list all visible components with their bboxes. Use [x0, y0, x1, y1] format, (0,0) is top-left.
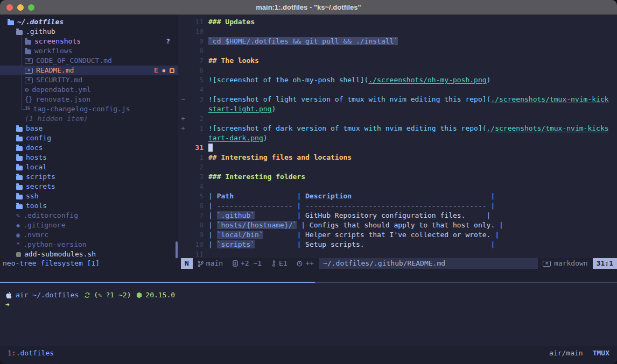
prompt-cwd: ~/.dotfiles: [32, 290, 79, 300]
editor-line[interactable]: 10| `scripts` | Setup scripts. |: [178, 240, 617, 249]
editor-line[interactable]: +2: [178, 114, 617, 124]
tree-item--1-hidden-item-[interactable]: (1 hidden item): [0, 114, 178, 124]
tree-item--dotfiles[interactable]: ~/.dotfiles: [0, 17, 178, 27]
code-span: ./screenshots/oh-my-posh.png: [368, 76, 486, 84]
tree-item-ssh[interactable]: ssh: [0, 191, 178, 201]
tree-item-dependabot-yml[interactable]: ⚙dependabot.yml: [0, 85, 178, 95]
tree-item-config[interactable]: config: [0, 133, 178, 143]
neo-tree-statusline: neo-tree filesystem [1]: [0, 258, 181, 269]
gutter-sign: [178, 37, 190, 46]
tree-item-workflows[interactable]: workflows: [0, 46, 178, 56]
editor-line[interactable]: 7## The looks: [178, 56, 617, 66]
tree-item-tag-changelog-config-js[interactable]: JStag-changelog-config.js: [0, 104, 178, 114]
editor-line[interactable]: start-light.png): [178, 104, 617, 114]
editor-line[interactable]: 1## Interesting files and locations: [178, 153, 617, 162]
editor-line[interactable]: 11: [178, 249, 617, 258]
editor-line[interactable]: 3### Interesting folders: [178, 172, 617, 182]
flask-icon: [271, 260, 276, 267]
line-number: [190, 133, 204, 143]
tree-item-secrets[interactable]: secrets: [0, 182, 178, 191]
editor-line[interactable]: +1![screenshot of dark version of tmux w…: [178, 124, 617, 133]
line-text: ![screenshot of dark version of tmux wit…: [208, 124, 609, 133]
editor-line[interactable]: 8: [178, 46, 617, 56]
tree-item--nvmrc[interactable]: ◉.nvmrc: [0, 230, 178, 240]
editor-line[interactable]: 2: [178, 162, 617, 172]
close-button[interactable]: [6, 4, 13, 11]
editor-line[interactable]: ~3![screenshot of light version of tmux …: [178, 95, 617, 104]
prompt-line: air ~/.dotfiles ( ✎ ?1 ~2 ) 20.15.0: [5, 290, 617, 300]
braces-icon: {}: [25, 96, 32, 103]
code-span: Path: [217, 192, 234, 200]
sidebar-scrollbar[interactable]: [176, 241, 178, 258]
zoom-button[interactable]: [28, 4, 34, 11]
tree-item-label: scripts: [26, 172, 55, 182]
code-span: [465, 211, 486, 219]
tree-item-screenshots[interactable]: screenshots?: [0, 37, 178, 46]
tree-item-hosts[interactable]: hosts: [0, 153, 178, 162]
code-span: |: [490, 240, 495, 248]
editor-line[interactable]: 6| ------------------ | ----------------…: [178, 201, 617, 211]
line-text: | `local/bin` | Helper scripts that I've…: [208, 230, 499, 240]
diff-icon: [233, 260, 238, 267]
gear-icon: ⚙: [25, 87, 29, 93]
gutter-sign: [178, 85, 190, 95]
diff-stats: +2 ~1: [241, 258, 262, 269]
editor-line[interactable]: 5| Path | Description |: [178, 191, 617, 201]
tree-item--python-version[interactable]: *.python-version: [0, 240, 178, 249]
prompt-input-line[interactable]: ➜: [5, 300, 617, 310]
diagnostic-error-marker: E: [154, 66, 158, 75]
line-number: 2: [190, 114, 204, 124]
tree-item-renovate-json[interactable]: {}renovate.json: [0, 95, 178, 104]
tree-item-label: README.md: [36, 66, 74, 75]
nvim-main: ~/.dotfiles.githubscreenshots?workflowsM…: [0, 15, 617, 258]
editor-line[interactable]: 8| `hosts/{hostname}/` | Configs that sh…: [178, 220, 617, 230]
markdown-file-icon: M: [25, 68, 33, 74]
line-text: | `scripts` | Setup scripts. |: [208, 240, 495, 249]
tmux-window-tab[interactable]: 1:.dotfiles: [8, 348, 54, 358]
status-row: neo-tree filesystem [1] N main +2 ~1 E1 …: [0, 258, 617, 269]
tree-item-label: ~/.dotfiles: [17, 17, 64, 27]
editor-line[interactable]: 6: [178, 66, 617, 75]
tree-item-tools[interactable]: tools: [0, 201, 178, 211]
tree-item--gitignore[interactable]: ◆.gitignore: [0, 220, 178, 230]
line-text: start-light.png): [208, 104, 276, 114]
editor-line[interactable]: tart-dark.png): [178, 133, 617, 143]
mode-indicator: N: [181, 258, 193, 269]
folder-icon: [16, 166, 23, 170]
editor-line[interactable]: 4: [178, 85, 617, 95]
tree-item-readme-md[interactable]: MREADME.mdE●: [0, 66, 178, 75]
code-span: [255, 211, 297, 219]
line-number: 1: [190, 124, 204, 133]
shell-pane[interactable]: air ~/.dotfiles ( ✎ ?1 ~2 ) 20.15.0 ➜: [0, 283, 617, 346]
editor-line[interactable]: 10: [178, 27, 617, 37]
code-span: |: [208, 211, 217, 219]
tree-item-scripts[interactable]: scripts: [0, 172, 178, 182]
code-span: |: [208, 231, 217, 239]
folder-icon: [16, 156, 23, 161]
tmux-pane-border[interactable]: [0, 282, 617, 283]
minimize-button[interactable]: [17, 4, 24, 11]
tree-item-code-of-conduct-md[interactable]: MCODE_OF_CONDUCT.md: [0, 56, 178, 66]
tree-item-docs[interactable]: docs: [0, 143, 178, 153]
tree-item--editorconfig[interactable]: ✎.editorconfig: [0, 211, 178, 220]
tree-item--github[interactable]: .github: [0, 27, 178, 37]
tree-item-add-submodules-sh[interactable]: add-submodules.sh: [0, 249, 178, 258]
tree-item-security-md[interactable]: MSECURITY.md: [0, 75, 178, 85]
editor-line[interactable]: 31: [178, 143, 617, 153]
editor-line[interactable]: 5![screenshot of the oh-my-posh shell](.…: [178, 75, 617, 85]
editor-line[interactable]: 7| `.github` | GitHub Repository configu…: [178, 211, 617, 220]
gutter-sign: [178, 153, 190, 162]
code-span: |: [208, 221, 217, 229]
line-text: ## Interesting files and locations: [208, 153, 352, 162]
code-span: `.github`: [217, 211, 255, 219]
tree-item-base[interactable]: base: [0, 124, 178, 133]
line-number: 6: [190, 201, 204, 211]
editor-line[interactable]: 9| `local/bin` | Helper scripts that I'v…: [178, 230, 617, 240]
cursor-block: [208, 144, 213, 152]
tree-item-local[interactable]: local: [0, 162, 178, 172]
editor-line[interactable]: 11### Updates: [178, 17, 617, 27]
editor-line[interactable]: 9`cd $HOME/.dotfiles && git pull && ./in…: [178, 37, 617, 46]
apple-icon: [5, 291, 12, 299]
editor-line[interactable]: 4: [178, 182, 617, 191]
asterisk-icon: *: [16, 241, 20, 248]
